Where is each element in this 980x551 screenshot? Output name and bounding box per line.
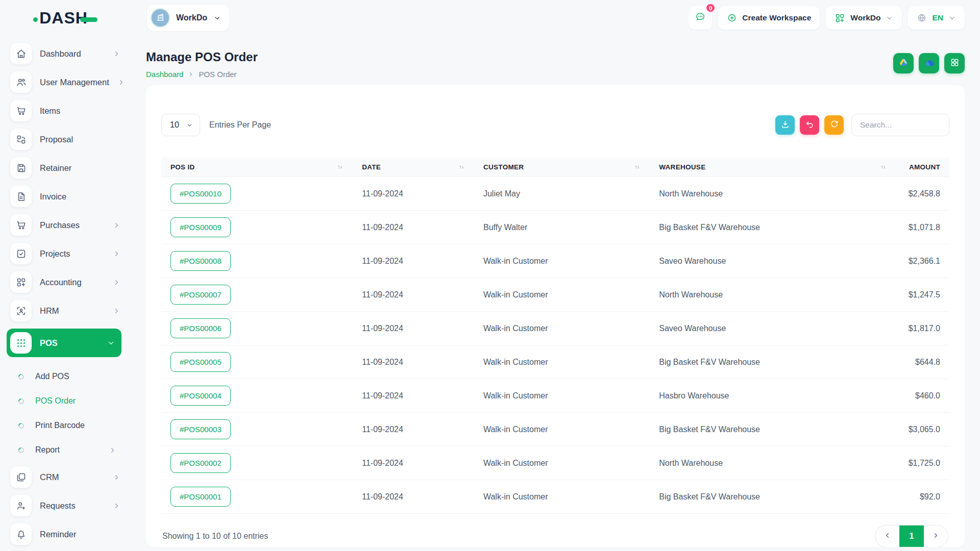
sidebar-item-crm[interactable]: CRM [10,466,120,488]
onedrive-button[interactable] [919,53,939,73]
create-workspace-button[interactable]: Create Workspace [718,6,820,30]
pos-id-link[interactable]: #POS00004 [170,386,231,406]
column-header-warehouse[interactable]: WAREHOUSE [650,163,896,171]
pos-id-link[interactable]: #POS00009 [170,217,231,237]
layers-icon [10,466,32,488]
cell-warehouse: Saveo Warehouse [650,257,896,266]
sidebar-item-projects[interactable]: Projects [10,243,120,264]
user-scan-icon [10,300,32,321]
breadcrumb: Dashboard POS Order [146,70,258,79]
refresh-icon [829,119,839,131]
cell-customer: Walk-in Customer [474,257,650,266]
table-controls: 10 Entries Per Page [161,114,949,136]
sidebar-item-pos[interactable]: POS [7,329,121,357]
breadcrumb-dashboard-link[interactable]: Dashboard [146,70,183,79]
sidebar-subitem-print-barcode[interactable]: Print Barcode [10,413,120,438]
sidebar-item-reminder[interactable]: Reminder [10,523,120,545]
messages-button[interactable]: 0 [689,6,712,30]
pos-id-link[interactable]: #POS00006 [170,318,231,338]
cell-pos-id: #POS00008 [161,251,353,271]
cell-date: 11-09-2024 [353,223,474,232]
sidebar-item-requests[interactable]: Requests [10,495,120,516]
pos-order-table: POS IDDATECUSTOMERWAREHOUSEAMOUNT #POS00… [161,158,949,514]
bell-icon [10,523,32,545]
entries-per-page-select[interactable]: 10 [161,114,200,136]
pos-id-link[interactable]: #POS00010 [170,184,231,204]
pos-id-link[interactable]: #POS00007 [170,285,231,305]
reset-button[interactable] [800,115,819,135]
cell-customer: Walk-in Customer [474,492,650,502]
sidebar-item-hrm[interactable]: HRM [10,300,120,321]
pos-id-link[interactable]: #POS00001 [170,487,231,507]
refresh-button[interactable] [824,115,844,135]
sidebar-subitem-add-pos[interactable]: Add POS [10,364,120,389]
column-header-amount[interactable]: AMOUNT [896,163,949,171]
workspace-menu[interactable]: WorkDo [826,6,902,30]
chevron-down-icon [886,14,893,22]
cell-date: 11-09-2024 [353,459,474,468]
pagination-next-button[interactable] [924,525,948,547]
table-actions [775,114,949,136]
workspace-switcher[interactable]: WorkDo [147,5,229,31]
page-title: Manage POS Order [146,50,258,64]
brand-logo[interactable]: DASH [33,9,97,28]
cell-date: 11-09-2024 [353,358,474,367]
table-row: #POS0000711-09-2024Walk-in CustomerNorth… [161,278,949,312]
cell-warehouse: North Warehouse [650,459,896,468]
cell-warehouse: Big Basket F&V Warehouse [650,492,896,502]
search-input[interactable] [851,114,949,136]
column-header-pos-id[interactable]: POS ID [161,163,353,171]
grid-view-button[interactable] [944,53,965,73]
globe-icon [917,13,927,23]
chevron-right-icon [113,502,120,510]
cell-warehouse: Big Basket F&V Warehouse [650,425,896,434]
cell-customer: Walk-in Customer [474,290,650,299]
pagination-prev-button[interactable] [875,525,899,547]
logo-accent-dot-icon [33,17,38,22]
google-drive-icon [898,57,909,69]
sidebar-item-dashboard[interactable]: Dashboard [10,43,120,64]
sidebar-item-purchases[interactable]: Purchases [10,214,120,236]
pos-id-link[interactable]: #POS00003 [170,419,231,439]
chevron-right-icon [113,473,120,481]
sidebar-item-invoice[interactable]: Invoice [10,186,120,207]
cell-warehouse: Hasbro Warehouse [650,391,896,400]
sidebar-item-proposal[interactable]: Proposal [10,129,120,150]
brand-logo-area: DASH [0,9,131,28]
topbar: DASH WorkDo 0 Create Workspace WorkDo EN [0,0,980,36]
bullet-icon [17,372,26,381]
cell-date: 11-09-2024 [353,324,474,333]
breadcrumb-current: POS Order [199,70,236,79]
workspace-avatar [151,8,170,28]
sidebar-item-user-management[interactable]: User Management [10,71,120,93]
sidebar-item-items[interactable]: Items [10,100,120,121]
sidebar-nav: DashboardUser ManagementItemsProposalRet… [0,36,131,551]
google-drive-button[interactable] [893,53,914,73]
language-selector[interactable]: EN [908,6,965,30]
cell-amount: $1,247.5 [896,290,949,299]
cell-amount: $1,071.8 [896,223,949,232]
pos-id-link[interactable]: #POS00005 [170,352,231,372]
file-text-icon [10,186,32,207]
pos-id-link[interactable]: #POS00008 [170,251,231,271]
cell-customer: Walk-in Customer [474,425,650,434]
pos-id-link[interactable]: #POS00002 [170,453,231,473]
table-footer: Showing 1 to 10 of 10 entries 1 [161,514,949,547]
page-header: Manage POS Order Dashboard POS Order [146,49,965,79]
pos-order-card: 10 Entries Per Page POS IDDATECUSTOMERWA… [146,85,965,547]
sort-icon [337,164,344,170]
pagination-page-1[interactable]: 1 [899,525,924,547]
chevron-down-icon [186,122,193,129]
sidebar-subitem-pos-order[interactable]: POS Order [10,389,120,413]
chevron-right-icon [113,221,120,229]
bullet-icon [17,446,26,454]
export-button[interactable] [775,115,795,135]
column-header-date[interactable]: DATE [353,163,474,171]
column-header-customer[interactable]: CUSTOMER [474,163,650,171]
save-icon [10,157,32,179]
sidebar-item-accounting[interactable]: Accounting [10,271,120,293]
workspace-name: WorkDo [176,13,207,22]
bullet-icon [17,397,26,405]
sidebar-item-retainer[interactable]: Retainer [10,157,120,179]
sidebar-subitem-report[interactable]: Report [10,438,120,462]
